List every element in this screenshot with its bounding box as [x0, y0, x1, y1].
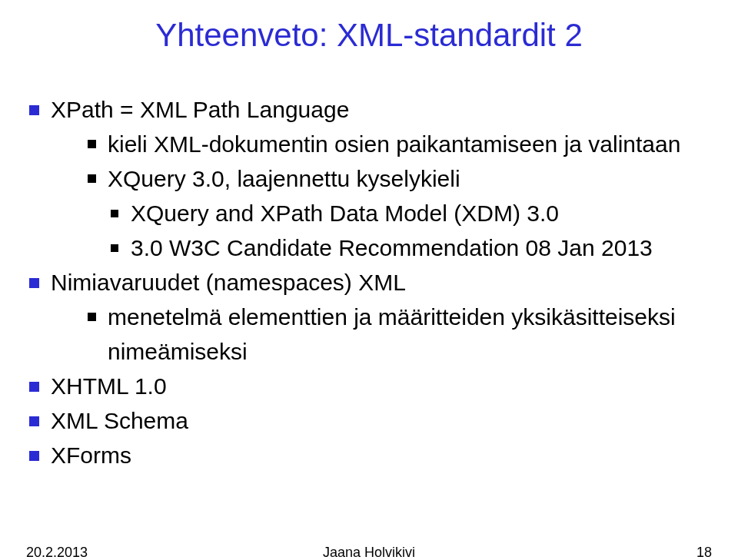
- bullet-xpath-desc: kieli XML-dokumentin osien paikantamisee…: [83, 127, 707, 161]
- bullet-xhtml: XHTML 1.0: [26, 369, 707, 403]
- bullet-xdm: XQuery and XPath Data Model (XDM) 3.0: [108, 196, 707, 230]
- bullet-xforms: XForms: [26, 438, 707, 472]
- bullet-xmlschema: XML Schema: [26, 403, 707, 438]
- slide-title: Yhteenveto: XML-standardit 2: [0, 17, 738, 54]
- slide: Yhteenveto: XML-standardit 2 XPath = XML…: [0, 0, 738, 560]
- bullet-text: XML Schema: [51, 408, 188, 433]
- bullet-text: menetelmä elementtien ja määritteiden yk…: [108, 304, 676, 364]
- bullet-xpath: XPath = XML Path Language kieli XML-doku…: [26, 92, 707, 265]
- slide-body: XPath = XML Path Language kieli XML-doku…: [26, 92, 707, 472]
- bullet-namespaces: Nimiavaruudet (namespaces) XML menetelmä…: [26, 265, 707, 369]
- bullet-xquery: XQuery 3.0, laajennettu kyselykieli XQue…: [83, 161, 707, 265]
- footer-author: Jaana Holvikivi: [26, 545, 712, 560]
- bullet-text: 3.0 W3C Candidate Recommendation 08 Jan …: [131, 235, 653, 260]
- footer-page: 18: [696, 545, 712, 560]
- bullet-text: XHTML 1.0: [51, 373, 167, 399]
- bullet-w3c: 3.0 W3C Candidate Recommendation 08 Jan …: [108, 230, 707, 265]
- bullet-text: XForms: [51, 442, 131, 468]
- bullet-text: XQuery 3.0, laajennettu kyselykieli: [108, 166, 460, 191]
- bullet-text: XPath = XML Path Language: [51, 97, 349, 122]
- bullet-text: kieli XML-dokumentin osien paikantamisee…: [108, 131, 680, 157]
- bullet-text: XQuery and XPath Data Model (XDM) 3.0: [131, 200, 559, 226]
- bullet-namespaces-desc: menetelmä elementtien ja määritteiden yk…: [83, 300, 707, 369]
- bullet-text: Nimiavaruudet (namespaces) XML: [51, 270, 406, 295]
